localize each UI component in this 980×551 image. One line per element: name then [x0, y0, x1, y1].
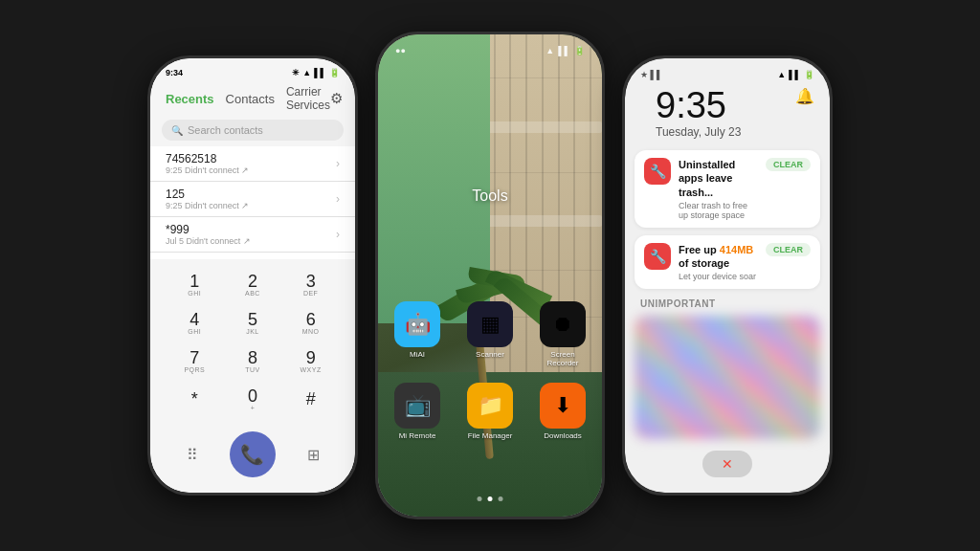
- search-placeholder: Search contacts: [188, 124, 263, 136]
- dot-2: [488, 496, 493, 501]
- security-icon-1: 🔧: [650, 164, 666, 179]
- keypad-icon[interactable]: ⊞: [298, 446, 328, 464]
- notif-clear-btn-1[interactable]: CLEAR: [766, 158, 811, 171]
- home-page-dots: [478, 496, 503, 501]
- security-icon-2: 🔧: [650, 249, 666, 264]
- recent-call-1[interactable]: 74562518 9:25 Didn't connect ↗ ›: [150, 146, 355, 182]
- dot-1: [478, 496, 482, 501]
- key-9[interactable]: 9WXYZ: [290, 343, 332, 378]
- mi-remote-label: Mi Remote: [399, 431, 436, 440]
- tab-contacts[interactable]: Contacts: [226, 92, 275, 106]
- recent-detail-2: 9:25 Didn't connect ↗: [166, 201, 249, 210]
- notif-status-icons: ▲ ▌▌ 🔋: [777, 70, 814, 79]
- mi-remote-icon: 📺: [394, 383, 440, 429]
- key-7[interactable]: 7PQRS: [173, 343, 215, 378]
- app-screen-recorder[interactable]: ⏺ Screen Recorder: [534, 301, 591, 367]
- downloads-label: Downloads: [544, 431, 582, 440]
- dialer-header: Recents Contacts Carrier Services ⚙: [150, 81, 355, 118]
- key-6[interactable]: 6MNO: [290, 305, 332, 340]
- recent-call-4[interactable]: *77777 ›: [150, 253, 355, 259]
- chevron-right-icon-2: ›: [336, 192, 340, 206]
- keypad-row-1: 1GHI 2ABC 3DEF: [166, 267, 340, 301]
- tab-carrier[interactable]: Carrier Services: [286, 85, 330, 112]
- folder-label: Tools: [472, 187, 507, 205]
- app-miai[interactable]: 🤖 MiAI: [389, 301, 446, 367]
- gear-icon[interactable]: ⚙: [330, 90, 343, 107]
- keypad: 1GHI 2ABC 3DEF 4GHI 5JKL 6MNO 7PQRS 8TUV…: [150, 259, 355, 426]
- notif-title-1: Uninstalled apps leave trash...: [679, 158, 758, 199]
- app-grid: 🤖 MiAI ▦ Scanner ⏺ Screen Recorder 📺 Mi …: [389, 301, 591, 440]
- chevron-right-icon-1: ›: [336, 157, 340, 170]
- notif-clear-btn-2[interactable]: CLEAR: [766, 243, 811, 256]
- recent-call-3[interactable]: *999 Jul 5 Didn't connect ↗ ›: [150, 217, 355, 253]
- battery-icon: 🔋: [329, 68, 340, 77]
- time-area: 9:35 Tuesday, July 23 🔔: [625, 83, 830, 146]
- phone-1: 9:34 ✳ ▲ ▌▌ 🔋 Recents Contacts Carrier S…: [147, 55, 358, 496]
- tab-recents[interactable]: Recents: [166, 92, 214, 106]
- notif-content-1: Uninstalled apps leave trash... Clear tr…: [679, 158, 758, 220]
- app-downloads[interactable]: ⬇ Downloads: [534, 383, 591, 440]
- dialer-tabs[interactable]: Recents Contacts Carrier Services: [166, 85, 330, 112]
- home-status-bar: ●● ▲ ▌▌ 🔋: [378, 34, 602, 59]
- call-button[interactable]: 📞: [230, 431, 276, 477]
- close-icon: ✕: [722, 456, 733, 472]
- status-bar-1: 9:34 ✳ ▲ ▌▌ 🔋: [150, 58, 355, 81]
- recent-calls-list: 74562518 9:25 Didn't connect ↗ › 125 9:2…: [150, 146, 355, 259]
- dialer-screen: 9:34 ✳ ▲ ▌▌ 🔋 Recents Contacts Carrier S…: [150, 58, 355, 493]
- status-icons-1: ✳ ▲ ▌▌ 🔋: [292, 68, 340, 77]
- key-4[interactable]: 4GHI: [173, 305, 215, 340]
- notif-status-bar: ★ ▌▌ ▲ ▌▌ 🔋: [625, 58, 830, 83]
- home-wifi-icon: ▲: [546, 46, 554, 55]
- miai-label: MiAI: [410, 350, 425, 359]
- file-manager-icon: 📁: [467, 383, 513, 429]
- key-1[interactable]: 1GHI: [173, 267, 215, 301]
- key-0[interactable]: 0+: [232, 382, 274, 416]
- downloads-icon: ⬇: [540, 383, 586, 429]
- home-screen: ●● ▲ ▌▌ 🔋 Tools 🤖 MiAI ▦ Scanner ⏺ Scree…: [378, 34, 602, 517]
- dialer-bottom: ⠿ 📞 ⊞: [150, 426, 355, 493]
- apps-icon[interactable]: ⠿: [177, 446, 208, 464]
- search-bar[interactable]: 🔍 Search contacts: [162, 120, 344, 141]
- notif-app-icon-1: 🔧: [644, 158, 671, 185]
- key-5[interactable]: 5JKL: [232, 305, 274, 340]
- app-scanner[interactable]: ▦ Scanner: [461, 301, 519, 367]
- notif-content-2: Free up 414MB of storage Let your device…: [679, 243, 758, 282]
- scanner-label: Scanner: [476, 350, 504, 359]
- key-2[interactable]: 2ABC: [232, 267, 274, 301]
- notification-screen: ★ ▌▌ ▲ ▌▌ 🔋 9:35 Tuesday, July 23 🔔 🔧 Un…: [625, 58, 830, 493]
- notif-wifi-icon: ▲: [777, 70, 786, 79]
- home-signal-icon: ▌▌: [558, 46, 570, 55]
- notif-close-area: ✕: [625, 443, 830, 493]
- notif-subtitle-2: Let your device soar: [679, 272, 758, 281]
- recent-detail-3: Jul 5 Didn't connect ↗: [166, 236, 251, 246]
- app-mi-remote[interactable]: 📺 Mi Remote: [389, 383, 446, 440]
- key-8[interactable]: 8TUV: [232, 343, 274, 378]
- key-star[interactable]: *: [173, 382, 215, 416]
- notif-close-button[interactable]: ✕: [702, 451, 752, 477]
- notification-1: 🔧 Uninstalled apps leave trash... Clear …: [635, 150, 820, 228]
- notif-signal-icon: ▌▌: [789, 70, 801, 79]
- key-3[interactable]: 3DEF: [290, 267, 332, 301]
- home-status-left: ●●: [395, 46, 406, 55]
- keypad-row-2: 4GHI 5JKL 6MNO: [166, 305, 340, 340]
- notif-status-left: ★ ▌▌: [640, 70, 662, 79]
- bell-icon[interactable]: 🔔: [795, 87, 814, 105]
- recent-number-3: *999: [166, 223, 251, 236]
- notification-2: 🔧 Free up 414MB of storage Let your devi…: [635, 235, 820, 290]
- notif-subtitle-1: Clear trash to free up storage space: [679, 201, 758, 220]
- phone-3: ★ ▌▌ ▲ ▌▌ 🔋 9:35 Tuesday, July 23 🔔 🔧 Un…: [622, 55, 833, 496]
- home-battery-icon: 🔋: [574, 46, 585, 55]
- recent-call-2[interactable]: 125 9:25 Didn't connect ↗ ›: [150, 182, 355, 217]
- status-time-1: 9:34: [166, 68, 183, 77]
- app-file-manager[interactable]: 📁 File Manager: [461, 383, 519, 440]
- wifi-icon: ▲: [302, 68, 311, 77]
- search-icon: 🔍: [171, 125, 183, 136]
- screen-recorder-icon: ⏺: [540, 301, 586, 347]
- notif-battery-icon: 🔋: [804, 70, 814, 79]
- bluetooth-icon: ✳: [292, 68, 300, 77]
- highlight-414mb: 414MB: [720, 244, 753, 255]
- unimportant-label: UNIMPORTANT: [625, 293, 830, 312]
- key-hash[interactable]: #: [290, 382, 332, 416]
- phone-2: ●● ▲ ▌▌ 🔋 Tools 🤖 MiAI ▦ Scanner ⏺ Scree…: [375, 32, 605, 519]
- home-background: [378, 34, 602, 517]
